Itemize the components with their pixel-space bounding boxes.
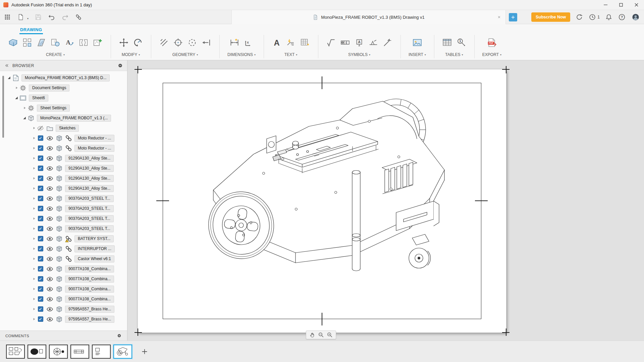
pdf-icon[interactable]: PDF: [487, 38, 497, 48]
tree-item-label[interactable]: BATTERY SYST...: [74, 235, 114, 242]
tree-item-label[interactable]: Moto Reductor - ...: [74, 135, 114, 142]
ribbon-group-label[interactable]: GEOMETRY▾: [172, 52, 198, 57]
file-menu-icon[interactable]: [17, 13, 24, 21]
text-table-icon[interactable]: [300, 38, 310, 48]
minimize-button[interactable]: [598, 0, 613, 10]
file-menu-caret-icon[interactable]: ▾: [27, 17, 29, 21]
eye-icon[interactable]: [46, 165, 53, 172]
ribbon-group-label[interactable]: EXPORT▾: [482, 52, 501, 57]
visibility-checkbox[interactable]: [38, 266, 43, 272]
tree-item-label[interactable]: 90077A108_Combina...: [65, 296, 114, 303]
tree-item-label[interactable]: 90077A108_Combina...: [65, 276, 114, 283]
eye-icon[interactable]: [46, 175, 53, 182]
visibility-checkbox[interactable]: [38, 135, 43, 141]
expand-comments-icon[interactable]: [117, 333, 122, 338]
sym-fcf-icon[interactable]: 1: [340, 38, 350, 48]
workspace-tab-drawing[interactable]: DRAWING: [19, 26, 43, 34]
ribbon-group-label[interactable]: TABLES▾: [445, 52, 463, 57]
expand-arrow-icon[interactable]: [31, 266, 37, 272]
table-icon[interactable]: [442, 38, 452, 48]
eye-icon[interactable]: [46, 245, 53, 252]
document-tab[interactable]: MonoPieza_FRAME ROBOT_v1.3 (BMS) Drawing…: [231, 10, 506, 24]
dashed-circle-icon[interactable]: [187, 38, 197, 48]
visibility-checkbox[interactable]: [38, 145, 43, 151]
tree-item-label[interactable]: Document Settings: [29, 84, 69, 92]
visibility-checkbox[interactable]: [38, 156, 43, 161]
expand-arrow-icon[interactable]: [31, 176, 37, 181]
tree-item-label[interactable]: 91290A130_Alloy Ste...: [65, 175, 114, 182]
rotate-icon[interactable]: [133, 38, 143, 48]
center-circle-icon[interactable]: [173, 38, 183, 48]
ribbon-group-label[interactable]: TEXT▾: [284, 52, 298, 57]
visibility-checkbox[interactable]: [38, 316, 43, 322]
eye-icon[interactable]: [46, 215, 53, 222]
expand-arrow-icon[interactable]: [31, 145, 37, 151]
eye-icon[interactable]: [46, 135, 53, 142]
sym-surface-icon[interactable]: [326, 38, 336, 48]
expand-arrow-icon[interactable]: [31, 316, 37, 322]
subscribe-button[interactable]: Subscribe Now: [531, 12, 570, 22]
insert-image-icon[interactable]: [412, 38, 422, 48]
sheet-thumbnail[interactable]: [70, 345, 89, 359]
eye-icon[interactable]: [46, 145, 53, 152]
zoom-window-icon[interactable]: [318, 332, 324, 338]
eye-icon[interactable]: [46, 255, 53, 262]
add-sheet-button[interactable]: [140, 347, 149, 356]
visibility-checkbox[interactable]: [38, 196, 43, 201]
tree-item-label[interactable]: Sheet6: [29, 95, 48, 102]
eye-icon[interactable]: [46, 195, 53, 202]
tree-item-label[interactable]: MonoPieza_FRAME ROBOT_v1.3 (...: [37, 115, 111, 122]
notifications-bell-icon[interactable]: [605, 13, 613, 21]
eye-icon[interactable]: [46, 296, 53, 303]
expand-arrow-icon[interactable]: [31, 246, 37, 251]
visibility-checkbox[interactable]: [38, 216, 43, 221]
expand-arrow-icon[interactable]: [13, 85, 19, 90]
collapse-panel-icon[interactable]: [4, 63, 10, 68]
drawing-canvas[interactable]: [127, 60, 644, 341]
tree-item-label[interactable]: Sketches: [56, 125, 79, 132]
eye-icon[interactable]: [46, 306, 53, 313]
expand-arrow-icon[interactable]: [21, 115, 28, 121]
ribbon-group-label[interactable]: DIMENSIONS▾: [227, 52, 256, 57]
sheet-thumbnail[interactable]: [6, 345, 25, 359]
detail-view-icon[interactable]: [50, 38, 60, 48]
stamp-a-icon[interactable]: A: [64, 38, 74, 48]
close-button[interactable]: [629, 0, 644, 10]
visibility-checkbox[interactable]: [38, 276, 43, 282]
save-icon[interactable]: [34, 13, 42, 21]
tree-item-label[interactable]: 97595A557_Brass He...: [65, 316, 114, 323]
tree-item-label[interactable]: Sheet Settings: [37, 105, 70, 112]
tree-item-label[interactable]: 97595A557_Brass He...: [65, 306, 114, 313]
tree-item-label[interactable]: 91290A130_Alloy Ste...: [65, 155, 114, 162]
tree-item-label[interactable]: 90370A203_STEEL T...: [65, 195, 114, 202]
visibility-checkbox[interactable]: [38, 256, 43, 261]
ribbon-group-label[interactable]: SYMBOLS▾: [348, 52, 370, 57]
visibility-checkbox[interactable]: [38, 286, 43, 292]
expand-arrow-icon[interactable]: [31, 236, 37, 241]
tree-item-label[interactable]: 91290A130_Alloy Ste...: [65, 185, 114, 192]
ribbon-group-label[interactable]: MODIFY▾: [122, 52, 140, 57]
new-sketch-icon[interactable]: [93, 38, 103, 48]
tree-item-label[interactable]: 90077A108_Combina...: [65, 286, 114, 293]
zoom-plus-icon[interactable]: [327, 332, 333, 338]
eye-icon[interactable]: [46, 265, 53, 273]
expand-arrow-icon[interactable]: [31, 186, 37, 191]
expand-arrow-icon[interactable]: [31, 306, 37, 312]
visibility-checkbox[interactable]: [38, 176, 43, 181]
eye-icon[interactable]: [46, 235, 53, 242]
dim-linear-icon[interactable]: [229, 38, 239, 48]
tree-item-label[interactable]: Castor Wheel v6:1: [74, 255, 114, 262]
eye-off-icon[interactable]: [37, 125, 44, 132]
sym-datum-icon[interactable]: A: [354, 38, 364, 48]
share-link-icon[interactable]: [74, 13, 82, 21]
balloon-icon[interactable]: 1: [456, 38, 466, 48]
ribbon-group-label[interactable]: INSERT▾: [409, 52, 426, 57]
visibility-checkbox[interactable]: [38, 246, 43, 251]
tree-item-label[interactable]: Moto Reductor - ...: [74, 145, 114, 152]
text-a-icon[interactable]: A: [272, 38, 282, 48]
eye-icon[interactable]: [46, 185, 53, 192]
expand-arrow-icon[interactable]: [31, 296, 37, 302]
undo-icon[interactable]: [48, 13, 55, 21]
expand-arrow-icon[interactable]: [31, 276, 37, 282]
sym-edge-icon[interactable]: [382, 38, 392, 48]
